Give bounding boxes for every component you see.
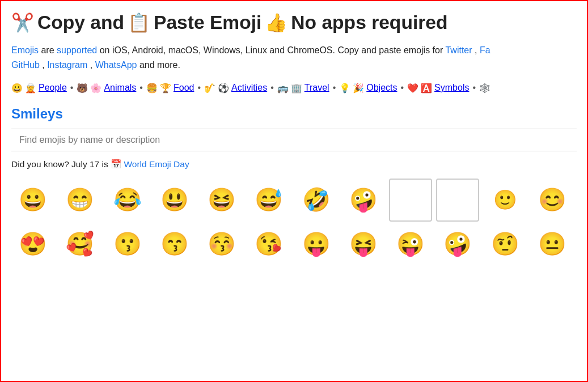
emoji-search-input[interactable] <box>11 129 577 151</box>
heart-nav-icon: ❤️ <box>407 83 418 94</box>
emoji-kissing-smiling[interactable]: 😙 <box>153 223 196 266</box>
emoji-slightly-smiling[interactable]: 🙂 <box>484 179 527 222</box>
emoji-raised-eyebrow[interactable]: 🤨 <box>484 223 527 266</box>
github-link[interactable]: GitHub <box>11 60 40 70</box>
building-nav-icon: 🏢 <box>291 83 302 94</box>
emoji-kissing[interactable]: 😗 <box>106 223 149 266</box>
emoji-joy[interactable]: 😂 <box>106 179 149 222</box>
emoji-heart-eyes[interactable]: 😍 <box>11 223 54 266</box>
emoji-rofl[interactable]: 🤣 <box>295 179 338 222</box>
symbols-nav-icon: 🅰️ <box>421 83 432 94</box>
whatsapp-link[interactable]: WhatsApp <box>95 60 137 70</box>
smiley-nav-icon: 😀 <box>11 83 23 94</box>
emoji-smiling-hearts[interactable]: 🥰 <box>58 223 101 266</box>
emojis-link[interactable]: Emojis <box>11 45 39 55</box>
emoji-grid-row2: 😍 🥰 😗 😙 😚 😘 😛 😝 😜 🤪 🤨 😐 <box>11 223 577 266</box>
flower-nav-icon: 🌸 <box>90 83 101 94</box>
nav-activities[interactable]: Activities <box>231 83 267 93</box>
emoji-grid-row1: 😀 😁 😂 😃 😆 😅 🤣 🤪 🙂 😊 <box>11 179 577 222</box>
twitter-link[interactable]: Twitter <box>445 45 472 55</box>
title-copy-and: Copy and <box>37 11 124 34</box>
title-no-apps: No apps required <box>291 11 447 34</box>
person-nav-icon: 🧝 <box>25 83 36 94</box>
emoji-empty-2 <box>436 179 479 222</box>
emoji-zany[interactable]: 🤪 <box>342 179 385 222</box>
world-emoji-day-link[interactable]: World Emoji Day <box>124 159 189 169</box>
facebook-link[interactable]: Fa <box>480 45 490 55</box>
emoji-kissing-heart[interactable]: 😘 <box>247 223 290 266</box>
nav-travel[interactable]: Travel <box>304 83 329 93</box>
instagram-link[interactable]: Instagram <box>47 60 87 70</box>
did-you-know-text: Did you know? July 17 is 📅 World Emoji D… <box>11 159 577 169</box>
emoji-grin[interactable]: 😁 <box>58 179 101 222</box>
calendar-icon: 📅 <box>111 159 124 169</box>
bus-nav-icon: 🚌 <box>277 83 289 94</box>
emoji-zany2[interactable]: 🤪 <box>436 223 479 266</box>
emoji-stuck-tongue-wink[interactable]: 😜 <box>389 223 432 266</box>
emoji-smiley[interactable]: 😃 <box>153 179 196 222</box>
title-paste-emoji: Paste Emoji <box>154 11 261 34</box>
emoji-laughing[interactable]: 😆 <box>200 179 243 222</box>
emoji-empty-1 <box>389 179 432 222</box>
description-text: Emojis are supported on iOS, Android, ma… <box>11 43 577 72</box>
emoji-blush[interactable]: 😊 <box>531 179 574 222</box>
nav-people[interactable]: People <box>39 83 67 93</box>
burger-nav-icon: 🍔 <box>146 83 158 94</box>
party-nav-icon: 🎉 <box>353 83 364 94</box>
emoji-stuck-tongue-closed[interactable]: 😝 <box>342 223 385 266</box>
emoji-kissing-closed-eyes[interactable]: 😚 <box>200 223 243 266</box>
clipboard-icon: 📋 <box>128 12 150 33</box>
emoji-stuck-out-tongue[interactable]: 😛 <box>295 223 338 266</box>
category-navigation: 😀 🧝 People • 🐻 🌸 Animals • 🍔 🏆 Food • 🎷 … <box>11 83 577 94</box>
trophy-nav-icon: 🏆 <box>160 83 171 94</box>
bear-nav-icon: 🐻 <box>77 83 88 94</box>
web-nav-icon: 🕸️ <box>479 83 490 94</box>
nav-symbols[interactable]: Symbols <box>434 83 469 93</box>
page-title: ✂️ Copy and 📋 Paste Emoji 👍 No apps requ… <box>11 11 577 34</box>
bulb-nav-icon: 💡 <box>339 83 350 94</box>
scissors-icon: ✂️ <box>11 12 34 33</box>
emoji-neutral[interactable]: 😐 <box>531 223 574 266</box>
thumbsup-icon: 👍 <box>265 12 287 33</box>
emoji-grinning[interactable]: 😀 <box>11 179 54 222</box>
smileys-section-title: Smileys <box>11 106 577 122</box>
nav-food[interactable]: Food <box>174 83 194 93</box>
nav-objects[interactable]: Objects <box>366 83 397 93</box>
emoji-sweat-smile[interactable]: 😅 <box>247 179 290 222</box>
soccer-nav-icon: ⚽ <box>218 83 229 94</box>
supported-link[interactable]: supported <box>57 45 97 55</box>
sax-nav-icon: 🎷 <box>204 83 215 94</box>
nav-animals[interactable]: Animals <box>104 83 136 93</box>
